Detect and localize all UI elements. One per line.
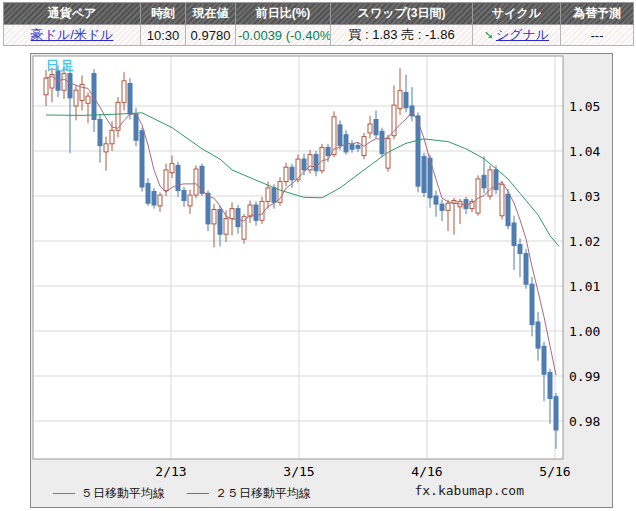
cycle-cell: ➘シグナル xyxy=(473,25,561,46)
chart-legend: ５日移動平均線 ２５日移動平均線 xyxy=(53,485,333,502)
col-time: 時刻 xyxy=(141,3,186,25)
forecast-cell: --- xyxy=(561,25,634,46)
chart-widget: 1.051.041.031.021.011.000.990.982/133/15… xyxy=(30,53,613,508)
y-axis-label: 1.05 xyxy=(569,99,600,114)
signal-link[interactable]: シグナル xyxy=(496,27,549,42)
col-change: 前日比(%) xyxy=(236,3,331,25)
y-axis-label: 0.99 xyxy=(569,369,600,384)
signal-down-arrow-icon: ➘ xyxy=(484,28,494,42)
timeframe-label: 日足 xyxy=(46,57,76,75)
col-swap: スワップ(3日間) xyxy=(331,3,473,25)
ma5-line-swatch xyxy=(53,493,75,494)
x-axis-label: 3/15 xyxy=(283,464,314,479)
change-cell: -0.0039 (-0.40%) xyxy=(236,25,331,46)
x-axis-label: 5/16 xyxy=(539,464,570,479)
legend-item-ma5: ５日移動平均線 xyxy=(53,485,165,502)
y-axis-label: 1.02 xyxy=(569,234,600,249)
col-forecast: 為替予測 xyxy=(561,3,634,25)
y-axis-label: 1.03 xyxy=(569,189,600,204)
y-axis-label: 1.01 xyxy=(569,279,600,294)
ma25-line-swatch xyxy=(187,493,209,494)
col-currency-pair: 通貨ペア xyxy=(4,3,141,25)
currency-pair-link[interactable]: 豪ドル/米ドル xyxy=(31,27,114,42)
quote-table: 通貨ペア 時刻 現在値 前日比(%) スワップ(3日間) サイクル 為替予測 豪… xyxy=(3,2,634,46)
site-watermark: fx.kabumap.com xyxy=(414,483,524,498)
price-cell: 0.9780 xyxy=(186,25,236,46)
time-cell: 10:30 xyxy=(141,25,186,46)
col-current-price: 現在値 xyxy=(186,3,236,25)
x-axis-label: 4/16 xyxy=(411,464,442,479)
x-axis-label: 2/13 xyxy=(155,464,186,479)
ma25-legend-label: ２５日移動平均線 xyxy=(215,485,311,502)
pair-cell: 豪ドル/米ドル xyxy=(4,25,141,46)
ma5-legend-label: ５日移動平均線 xyxy=(81,485,165,502)
quote-table-data-row: 豪ドル/米ドル 10:30 0.9780 -0.0039 (-0.40%) 買 … xyxy=(4,25,634,46)
quote-table-header-row: 通貨ペア 時刻 現在値 前日比(%) スワップ(3日間) サイクル 為替予測 xyxy=(4,3,634,25)
col-cycle: サイクル xyxy=(473,3,561,25)
candlestick-chart: 1.051.041.031.021.011.000.990.982/133/15… xyxy=(31,54,612,507)
legend-item-ma25: ２５日移動平均線 xyxy=(187,485,311,502)
y-axis-label: 1.04 xyxy=(569,144,600,159)
swap-cell: 買 : 1.83 売 : -1.86 xyxy=(331,25,473,46)
y-axis-label: 0.98 xyxy=(569,414,600,429)
y-axis-label: 1.00 xyxy=(569,324,600,339)
